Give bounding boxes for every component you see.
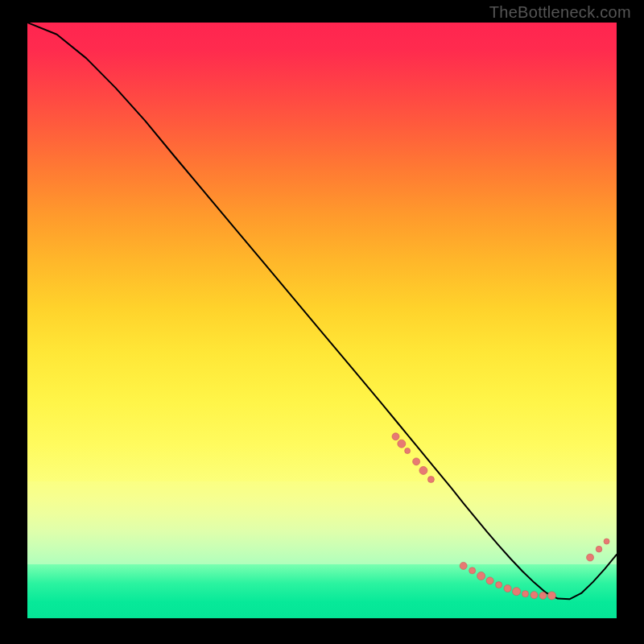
data-marker [522, 591, 529, 597]
bottleneck-curve [27, 23, 617, 599]
data-marker [539, 592, 547, 599]
data-marker [392, 433, 399, 440]
data-marker [469, 568, 476, 574]
data-marker [419, 466, 427, 474]
data-marker [477, 572, 485, 580]
data-marker [530, 592, 538, 599]
watermark-text: TheBottleneck.com [489, 3, 631, 22]
data-marker [596, 546, 602, 552]
chart-frame: TheBottleneck.com [0, 0, 644, 644]
data-marker [460, 562, 467, 569]
data-marker [504, 585, 511, 592]
data-marker [405, 448, 411, 454]
chart-svg [27, 23, 617, 618]
data-marker [513, 588, 521, 596]
data-marker [547, 592, 555, 600]
data-marker [413, 458, 420, 465]
data-marker [604, 539, 609, 544]
data-marker [427, 477, 434, 483]
data-marker [398, 440, 406, 448]
marker-group [392, 433, 609, 600]
plot-area [27, 23, 617, 618]
data-marker [496, 582, 502, 588]
data-marker [486, 577, 493, 584]
data-marker [587, 554, 594, 561]
